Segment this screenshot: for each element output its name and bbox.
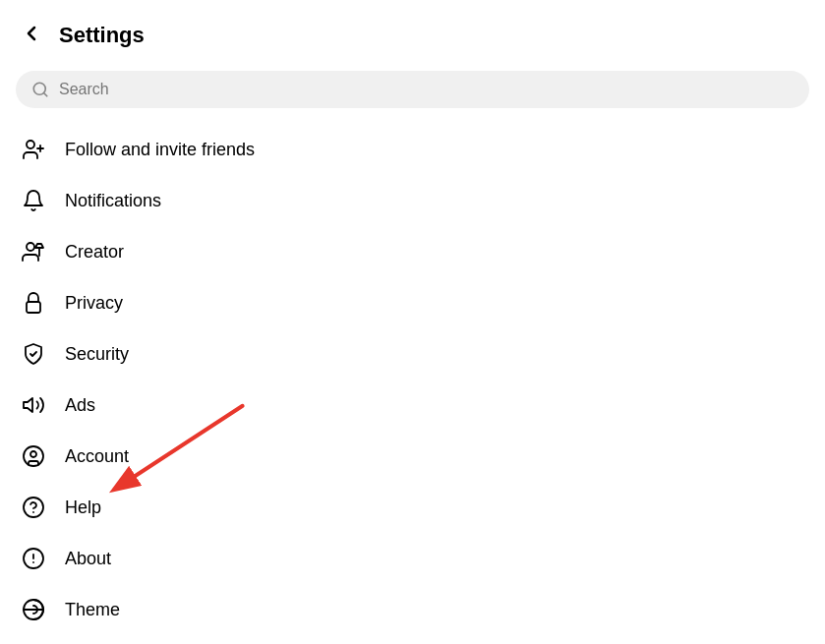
menu-item-account[interactable]: Account: [0, 431, 825, 482]
menu-item-creator[interactable]: Creator: [0, 226, 825, 277]
svg-rect-8: [27, 302, 40, 313]
svg-marker-9: [24, 398, 32, 412]
svg-point-14: [24, 498, 43, 517]
header: Settings: [0, 0, 825, 67]
theme-icon: [20, 598, 47, 621]
menu-item-theme[interactable]: Theme: [0, 584, 825, 635]
menu-item-security[interactable]: Security: [0, 328, 825, 380]
menu-item-ads[interactable]: Ads: [0, 380, 825, 431]
search-bar[interactable]: [16, 71, 809, 108]
svg-point-5: [27, 243, 34, 251]
help-label: Help: [65, 498, 101, 518]
notifications-icon: [20, 189, 47, 212]
svg-point-11: [30, 451, 36, 457]
help-icon: [20, 496, 47, 519]
menu-item-notifications[interactable]: Notifications: [0, 175, 825, 226]
ads-icon: [20, 393, 47, 417]
account-label: Account: [65, 446, 129, 467]
menu-item-about[interactable]: About: [0, 533, 825, 584]
menu-item-follow[interactable]: Follow and invite friends: [0, 124, 825, 175]
theme-label: Theme: [65, 600, 120, 620]
privacy-icon: [20, 291, 47, 315]
back-arrow-icon: [20, 22, 43, 49]
back-button[interactable]: [16, 18, 47, 53]
creator-label: Creator: [65, 242, 124, 263]
settings-page: Settings Follow and invite friends: [0, 0, 825, 644]
svg-point-2: [27, 141, 34, 148]
security-label: Security: [65, 344, 129, 365]
about-icon: [20, 547, 47, 570]
security-icon: [20, 342, 47, 366]
follow-icon: [20, 138, 47, 161]
menu-item-privacy[interactable]: Privacy: [0, 277, 825, 328]
about-label: About: [65, 549, 111, 569]
menu-item-help[interactable]: Help: [0, 482, 825, 533]
search-input[interactable]: [59, 81, 794, 98]
svg-line-1: [43, 92, 46, 95]
privacy-label: Privacy: [65, 293, 123, 314]
svg-point-10: [24, 446, 43, 466]
follow-label: Follow and invite friends: [65, 140, 255, 160]
notifications-label: Notifications: [65, 191, 161, 211]
menu-list: Follow and invite friends Notifications: [0, 124, 825, 635]
search-icon: [31, 81, 49, 98]
page-title: Settings: [59, 23, 145, 48]
ads-label: Ads: [65, 395, 95, 416]
creator-icon: [20, 240, 47, 263]
account-icon: [20, 444, 47, 468]
